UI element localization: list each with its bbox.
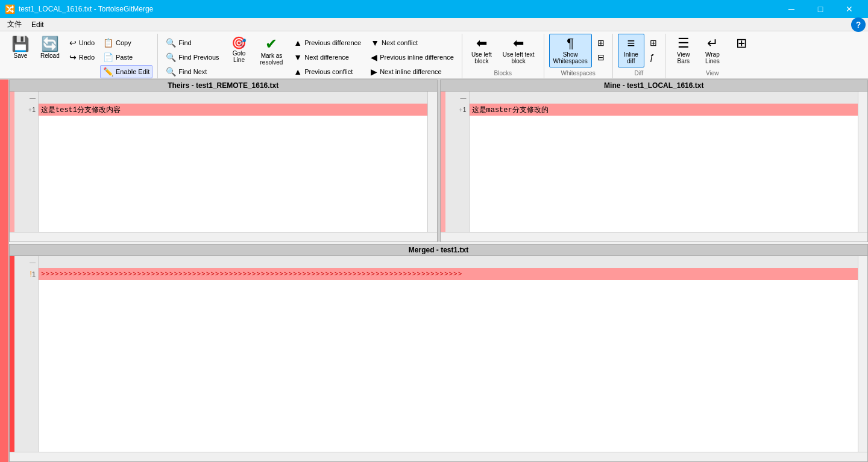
next-difference-button[interactable]: ▼ Next difference (291, 51, 364, 64)
find-previous-button[interactable]: 🔍 Find Previous (163, 51, 222, 64)
theirs-vert-scroll[interactable] (427, 92, 437, 232)
prev-conflict-icon: ▲ (294, 67, 302, 76)
enable-edit-button[interactable]: ✏️ Enable Edit (100, 65, 153, 78)
next-conflict-button[interactable]: ▼ Next conflict (368, 36, 457, 49)
mine-line-1-num: + 1 (445, 104, 469, 116)
minimize-button[interactable]: ─ (778, 0, 805, 18)
merged-line-numbers: — ! 1 (14, 256, 39, 452)
theirs-line-1: 这是test1分支修改内容 (39, 104, 427, 116)
help-button[interactable]: ? (851, 17, 866, 32)
edit-icon: ✏️ (103, 67, 113, 76)
ws-option1-button[interactable]: ⊞ (594, 36, 608, 49)
find-next-button[interactable]: 🔍 Find Next (163, 65, 222, 78)
prev-inline-button[interactable]: ◀ Previous inline difference (368, 51, 457, 64)
wrap-lines-button[interactable]: ↵ Wrap Lines (699, 34, 726, 67)
titlebar: 🔀 test1_LOCAL_1616.txt - TortoiseGitMerg… (0, 0, 868, 18)
redo-button[interactable]: ↪ Redo (66, 51, 98, 64)
mine-scroll-area[interactable]: — + 1 这是master分支修改的 (441, 92, 868, 232)
merged-vert-scroll[interactable] (858, 256, 867, 452)
app-icon: 🔀 (5, 4, 15, 14)
theirs-horiz-scroll[interactable] (10, 232, 437, 242)
merged-code-content[interactable]: >>>>>>>>>>>>>>>>>>>>>>>>>>>>>>>>>>>>>>>>… (39, 256, 858, 452)
merged-minus-row: — (14, 256, 38, 268)
whitespace-icon: ¶ (567, 37, 574, 50)
show-whitespaces-button[interactable]: ¶ Show Whitespaces (549, 34, 592, 67)
close-button[interactable]: ✕ (835, 0, 863, 18)
find-button[interactable]: 🔍 Find (163, 36, 222, 49)
find-next-icon: 🔍 (166, 67, 176, 76)
ribbon-group-diff: ≡ Inline diff ⊞ ƒ Diff (613, 34, 665, 78)
goto-icon: 🎯 (231, 37, 247, 49)
theirs-line-numbers: — + 1 (14, 92, 39, 232)
merged-conflict-bar (10, 256, 14, 452)
copy-icon: 📋 (103, 38, 113, 48)
view-option-button[interactable]: ⊞ (728, 34, 755, 53)
save-button[interactable]: 💾 Save (7, 34, 34, 62)
inline-diff-button[interactable]: ≡ Inline diff (618, 34, 644, 67)
mine-header-line (470, 92, 858, 104)
undo-button[interactable]: ↩ Undo (66, 36, 98, 49)
merged-header-line (39, 256, 858, 268)
mark-icon: ✔ (265, 37, 277, 51)
mine-line-1: 这是master分支修改的 (470, 104, 858, 116)
wrap-lines-icon: ↵ (707, 37, 718, 50)
title-text: test1_LOCAL_1616.txt - TortoiseGitMerge (19, 5, 778, 13)
prev-conflict-button[interactable]: ▲ Previous conflict (291, 65, 364, 78)
mine-vert-scroll[interactable] (858, 92, 867, 232)
top-diff-panels: Theirs - test1_REMOTE_1616.txt — + 1 (9, 80, 868, 242)
theirs-code-content[interactable]: 这是test1分支修改内容 (39, 92, 427, 232)
panels-area: Theirs - test1_REMOTE_1616.txt — + 1 (9, 80, 868, 462)
mark-resolved-button[interactable]: ✔ Mark as resolved (256, 34, 288, 69)
next-inline-button[interactable]: ▶ Next inline difference (368, 65, 457, 78)
left-margin-bar (0, 80, 9, 462)
menu-file[interactable]: 文件 (2, 18, 27, 31)
mine-panel: Mine - test1_LOCAL_1616.txt — + 1 (440, 80, 869, 242)
use-left-block-icon: ⬅ (476, 37, 487, 50)
menubar: 文件 Edit ? (0, 18, 868, 31)
mine-panel-header: Mine - test1_LOCAL_1616.txt (441, 80, 868, 92)
diff-opt1-button[interactable]: ⊞ (647, 36, 660, 49)
theirs-header-line (39, 92, 427, 104)
view-opt-icon: ⊞ (736, 37, 747, 50)
mine-code-content[interactable]: 这是master分支修改的 (470, 92, 858, 232)
theirs-scroll-area[interactable]: — + 1 这是test1分支修改内容 (10, 92, 437, 232)
paste-button[interactable]: 📄 Paste (100, 51, 153, 64)
ribbon-group-blocks: ⬅ Use left block ⬅ Use left text block B… (462, 34, 544, 78)
merged-scroll-area[interactable]: — ! 1 >>>>>>>>>>>>>>>>>>>>>>>>>>>>>>>>>>… (10, 256, 867, 452)
merged-panel: Merged - test1.txt — ! 1 >>>>>>>>>>>>>>> (9, 244, 868, 462)
theirs-minus-row: — (14, 92, 38, 104)
find-icon: 🔍 (166, 38, 176, 48)
theirs-panel-header: Theirs - test1_REMOTE_1616.txt (10, 80, 437, 92)
merged-line-1: >>>>>>>>>>>>>>>>>>>>>>>>>>>>>>>>>>>>>>>>… (39, 268, 858, 280)
next-conflict-icon: ▼ (371, 38, 379, 48)
theirs-conflict-indicator (10, 92, 14, 232)
reload-icon: 🔄 (41, 37, 59, 51)
merged-conflict-text: >>>>>>>>>>>>>>>>>>>>>>>>>>>>>>>>>>>>>>>>… (41, 270, 462, 278)
prev-difference-button[interactable]: ▲ Previous difference (291, 36, 364, 49)
mine-conflict-indicator (441, 92, 445, 232)
merged-horiz-scroll[interactable] (10, 452, 867, 461)
ribbon-group-edit: 💾 Save 🔄 Reload ↩ Undo ↪ Redo (2, 34, 158, 78)
view-bars-button[interactable]: ☰ View Bars (670, 34, 697, 67)
save-icon: 💾 (11, 37, 30, 51)
copy-button[interactable]: 📋 Copy (100, 36, 153, 49)
theirs-line-1-num: + 1 (14, 104, 38, 116)
next-diff-icon: ▼ (294, 52, 302, 62)
paste-icon: 📄 (103, 52, 113, 62)
menu-edit[interactable]: Edit (27, 19, 49, 30)
use-left-text-icon: ⬅ (513, 37, 524, 50)
goto-line-button[interactable]: 🎯 Goto Line (226, 34, 253, 66)
ws-option2-button[interactable]: ⊟ (594, 51, 608, 64)
mine-line-numbers: — + 1 (445, 92, 470, 232)
view-bars-icon: ☰ (678, 37, 690, 50)
ws-opt2-icon: ⊟ (597, 52, 605, 62)
use-left-block-button[interactable]: ⬅ Use left block (467, 34, 496, 67)
maximize-button[interactable]: □ (807, 0, 834, 18)
outer-layout: Theirs - test1_REMOTE_1616.txt — + 1 (0, 80, 868, 462)
mine-horiz-scroll[interactable] (441, 232, 868, 242)
next-inline-icon: ▶ (371, 67, 377, 76)
undo-icon: ↩ (69, 38, 77, 48)
reload-button[interactable]: 🔄 Reload (36, 34, 64, 62)
use-left-text-block-button[interactable]: ⬅ Use left text block (498, 34, 539, 67)
diff-opt2-button[interactable]: ƒ (647, 51, 660, 64)
